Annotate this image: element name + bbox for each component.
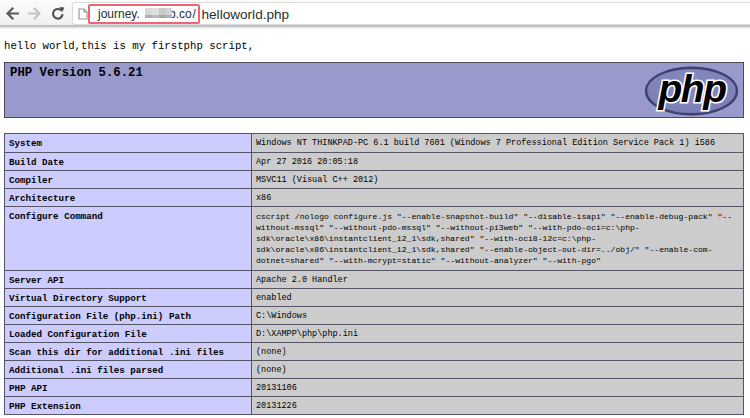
svg-text:php: php — [658, 67, 727, 110]
